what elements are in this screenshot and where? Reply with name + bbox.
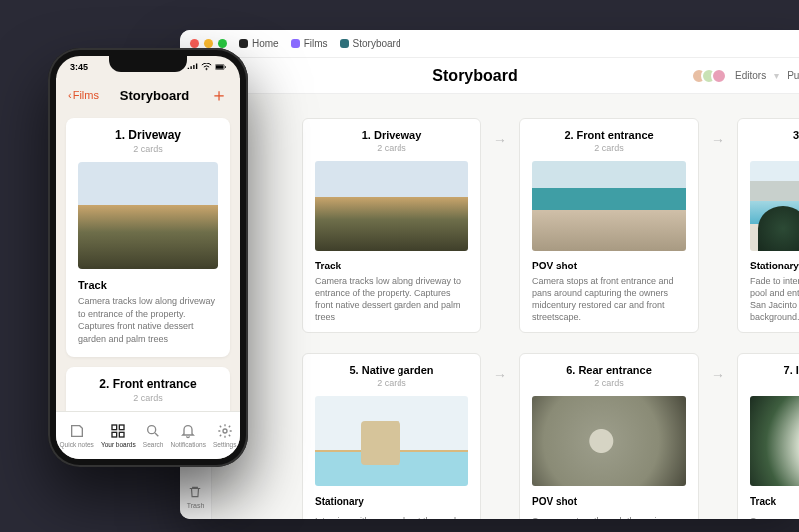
storyboard-card[interactable]: 7. Interior rooms 2 cards Track Camera p… <box>737 353 799 519</box>
phone-scroll[interactable]: 1. Driveway 2 cards Track Camera tracks … <box>56 112 240 411</box>
card-shot-type: Track <box>750 496 799 507</box>
card-thumbnail[interactable] <box>78 162 218 269</box>
rail-trash[interactable]: Trash <box>187 485 205 509</box>
board-share-controls: Editors ▾ Pub <box>697 68 799 84</box>
card-title: 1. Driveway <box>78 128 218 142</box>
battery-icon <box>215 63 226 71</box>
card-title: 3. Back patio <box>793 129 799 141</box>
breadcrumb-label: Storyboard <box>353 38 401 49</box>
desktop-titlebar: Home Films Storyboard <box>180 30 799 58</box>
card-title: 7. Interior rooms <box>784 364 799 376</box>
add-button[interactable]: ＋ <box>210 83 228 107</box>
rail-trash-label: Trash <box>187 502 205 509</box>
desktop-subbar: Saved Storyboard Editors ▾ Pub <box>180 58 799 94</box>
card-shot-type: Track <box>315 261 468 271</box>
back-button[interactable]: ‹ Films <box>68 89 99 101</box>
window-controls[interactable] <box>190 39 227 48</box>
svg-point-12 <box>223 429 227 433</box>
arrow-right-icon: → <box>711 367 725 383</box>
card-thumbnail[interactable] <box>315 396 468 486</box>
tab-label: Quick notes <box>60 441 94 448</box>
search-icon <box>145 423 161 439</box>
svg-rect-6 <box>225 66 226 68</box>
breadcrumb-films[interactable]: Films <box>291 38 328 49</box>
card-shot-type: Stationary <box>315 496 468 507</box>
svg-point-11 <box>148 426 156 434</box>
storyboard-card[interactable]: 1. Driveway 2 cards Track Camera tracks … <box>66 118 230 357</box>
arrow-right-icon: → <box>711 132 725 148</box>
status-time: 3:45 <box>70 62 88 72</box>
card-shot-type: Track <box>78 279 218 291</box>
board-row: 1. Driveway 2 cards Track Camera tracks … <box>302 118 799 333</box>
collaborator-avatars[interactable] <box>697 68 727 84</box>
breadcrumb-chip-icon <box>239 39 248 48</box>
card-count: 2 cards <box>532 378 686 388</box>
tab-quick-notes[interactable]: Quick notes <box>60 423 94 448</box>
tab-notifications[interactable]: Notifications <box>170 423 205 448</box>
card-count: 2 cards <box>315 378 468 388</box>
card-description: Fade to interview the owner about the po… <box>750 275 799 324</box>
bell-icon <box>180 423 196 439</box>
card-count: 2 cards <box>532 143 686 153</box>
card-count: 2 cards <box>750 143 799 153</box>
card-count: 2 cards <box>78 393 218 403</box>
card-description: Interview with owner about the garden <box>315 515 468 519</box>
arrow-right-icon: → <box>493 367 507 383</box>
svg-rect-7 <box>112 425 117 430</box>
card-description: Camera stops at front entrance and pans … <box>532 275 686 324</box>
card-title: 5. Native garden <box>350 364 434 376</box>
breadcrumb-home[interactable]: Home <box>239 38 279 49</box>
phone-navbar: ‹ Films Storyboard ＋ <box>56 78 240 112</box>
card-description: Camera pans through each room of the <box>750 515 799 519</box>
phone-mockup: 3:45 ‹ Films Storyboard ＋ 1. Driveway 2 … <box>48 48 248 467</box>
close-window-icon[interactable] <box>190 39 199 48</box>
card-thumbnail[interactable] <box>532 396 686 486</box>
card-title: 2. Front entrance <box>564 129 653 141</box>
trash-icon <box>188 485 202 499</box>
storyboard-card[interactable]: 2. Front entrance 2 cards <box>66 367 230 411</box>
avatar[interactable] <box>711 68 727 84</box>
svg-rect-9 <box>112 432 117 437</box>
card-title: 2. Front entrance <box>78 377 218 391</box>
chevron-left-icon: ‹ <box>68 89 72 101</box>
card-thumbnail[interactable] <box>750 161 799 251</box>
phone-screen: 3:45 ‹ Films Storyboard ＋ 1. Driveway 2 … <box>56 56 240 459</box>
svg-rect-8 <box>120 425 125 430</box>
storyboard-card[interactable]: 1. Driveway 2 cards Track Camera tracks … <box>302 118 481 333</box>
board-canvas[interactable]: 1. Driveway 2 cards Track Camera tracks … <box>212 94 799 519</box>
board-title[interactable]: Storyboard <box>254 67 697 85</box>
card-count: 2 cards <box>315 143 468 153</box>
storyboard-card[interactable]: 6. Rear entrance 2 cards POV shot Camera… <box>519 353 699 519</box>
storyboard-card[interactable]: 2. Front entrance 2 cards POV shot Camer… <box>519 118 699 333</box>
wifi-icon <box>201 63 212 71</box>
card-thumbnail[interactable] <box>532 161 686 251</box>
tab-settings[interactable]: Settings <box>213 423 237 448</box>
desktop-window: Home Films Storyboard Saved Storyboard E… <box>180 30 799 519</box>
breadcrumb-storyboard[interactable]: Storyboard <box>340 38 401 49</box>
tab-search[interactable]: Search <box>143 423 164 448</box>
back-label: Films <box>73 89 99 101</box>
breadcrumb-chip-icon <box>340 39 349 48</box>
gear-icon <box>217 423 233 439</box>
tab-your-boards[interactable]: Your boards <box>101 423 136 448</box>
editors-label[interactable]: Editors <box>735 70 766 81</box>
phone-tabbar: Quick notes Your boards Search Notificat… <box>56 411 240 459</box>
storyboard-card[interactable]: 5. Native garden 2 cards Stationary Inte… <box>302 353 481 519</box>
card-shot-type: POV shot <box>532 496 686 507</box>
fullscreen-window-icon[interactable] <box>218 39 227 48</box>
boards-icon <box>110 423 126 439</box>
card-thumbnail[interactable] <box>315 161 468 251</box>
card-title: 6. Rear entrance <box>566 364 652 376</box>
svg-rect-10 <box>120 432 125 437</box>
card-title: 1. Driveway <box>362 129 422 141</box>
cellular-icon <box>187 63 198 71</box>
status-indicators <box>187 63 226 71</box>
publish-label[interactable]: Pub <box>787 70 799 81</box>
card-description: Camera enters through the main rear <box>532 515 686 519</box>
card-description: Camera tracks low along driveway to entr… <box>315 275 468 324</box>
storyboard-card[interactable]: 3. Back patio 2 cards Stationary Close-u… <box>737 118 799 333</box>
minimize-window-icon[interactable] <box>204 39 213 48</box>
tab-label: Notifications <box>170 441 205 448</box>
board-row: 5. Native garden 2 cards Stationary Inte… <box>302 353 799 519</box>
card-thumbnail[interactable] <box>750 396 799 486</box>
